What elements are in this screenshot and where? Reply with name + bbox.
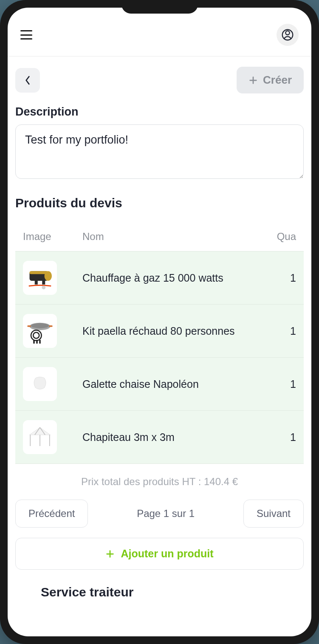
- product-image: [23, 367, 57, 401]
- chevron-left-icon: [25, 76, 31, 85]
- table-header: Image Nom Qua: [15, 222, 304, 251]
- svg-rect-6: [42, 281, 45, 285]
- tent-icon: [25, 422, 55, 452]
- svg-rect-5: [35, 281, 38, 285]
- plus-icon: [105, 549, 115, 559]
- product-name: Kit paella réchaud 80 personnes: [82, 325, 266, 337]
- svg-point-4: [45, 271, 52, 281]
- svg-point-13: [33, 333, 39, 339]
- description-label: Description: [15, 105, 304, 119]
- product-image: [23, 420, 57, 454]
- product-image: [23, 314, 57, 348]
- svg-point-0: [285, 31, 289, 35]
- menu-icon[interactable]: [20, 30, 32, 40]
- column-name-header: Nom: [82, 231, 266, 243]
- top-bar: [8, 8, 311, 56]
- next-button[interactable]: Suivant: [243, 500, 304, 528]
- paella-icon: [25, 316, 55, 346]
- svg-rect-14: [33, 340, 35, 344]
- phone-frame: Créer Description Produits du devis Imag…: [0, 0, 319, 644]
- svg-rect-10: [27, 325, 31, 327]
- account-button[interactable]: [277, 24, 299, 46]
- add-product-label: Ajouter un produit: [121, 548, 213, 560]
- column-image-header: Image: [23, 231, 82, 243]
- description-input[interactable]: [15, 124, 304, 179]
- previous-button[interactable]: Précédent: [15, 500, 88, 528]
- product-rows: Chauffage à gaz 15 000 watts 1: [15, 251, 304, 464]
- service-traiteur-heading: Service traiteur: [15, 585, 304, 599]
- table-row[interactable]: Galette chaise Napoléon 1: [15, 358, 304, 411]
- product-quantity: 1: [266, 378, 296, 390]
- plus-icon: [248, 76, 258, 85]
- svg-rect-16: [39, 340, 41, 344]
- create-button[interactable]: Créer: [237, 67, 304, 93]
- product-name: Chapiteau 3m x 3m: [82, 431, 266, 443]
- total-price: Prix total des produits HT : 140.4 €: [15, 464, 304, 500]
- svg-point-7: [42, 285, 45, 289]
- table-row[interactable]: Chauffage à gaz 15 000 watts 1: [15, 251, 304, 305]
- product-quantity: 1: [266, 431, 296, 443]
- table-row[interactable]: Chapiteau 3m x 3m 1: [15, 411, 304, 464]
- device-notch: [121, 0, 198, 14]
- screen: Créer Description Produits du devis Imag…: [8, 8, 311, 636]
- products-heading: Produits du devis: [15, 196, 304, 210]
- product-image: [23, 261, 57, 295]
- heater-icon: [25, 263, 55, 293]
- action-row: Créer: [15, 56, 304, 104]
- content-area: Créer Description Produits du devis Imag…: [8, 56, 311, 636]
- table-row[interactable]: Kit paella réchaud 80 personnes 1: [15, 305, 304, 358]
- back-button[interactable]: [15, 68, 40, 93]
- product-name: Chauffage à gaz 15 000 watts: [82, 272, 266, 284]
- svg-rect-11: [49, 325, 53, 327]
- column-quantity-header: Qua: [266, 231, 296, 243]
- create-button-label: Créer: [263, 73, 292, 87]
- product-quantity: 1: [266, 272, 296, 284]
- svg-point-9: [31, 323, 49, 328]
- user-icon: [282, 29, 294, 41]
- add-product-button[interactable]: Ajouter un produit: [15, 538, 304, 570]
- svg-rect-15: [36, 340, 38, 344]
- pagination: Précédent Page 1 sur 1 Suivant: [15, 500, 304, 528]
- product-name: Galette chaise Napoléon: [82, 378, 266, 390]
- page-indicator: Page 1 sur 1: [137, 508, 195, 520]
- product-quantity: 1: [266, 325, 296, 337]
- cushion-icon: [25, 369, 55, 399]
- svg-point-12: [31, 330, 42, 341]
